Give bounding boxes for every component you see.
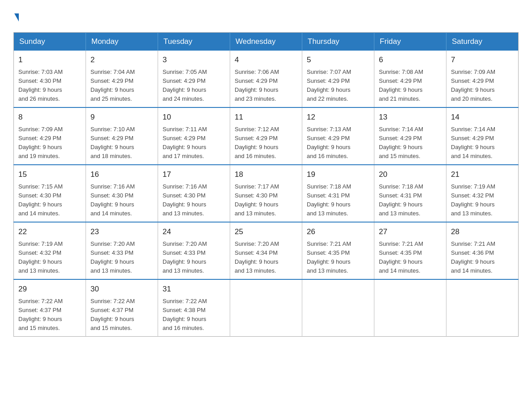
weekday-header-thursday: Thursday [302,33,374,51]
day-number: 7 [451,54,514,66]
calendar-cell: 25Sunrise: 7:20 AMSunset: 4:34 PMDayligh… [230,222,302,279]
calendar-table: SundayMondayTuesdayWednesdayThursdayFrid… [13,32,519,337]
calendar-cell: 9Sunrise: 7:10 AMSunset: 4:29 PMDaylight… [86,107,158,165]
logo-arrow-icon [14,13,19,21]
day-info: Sunrise: 7:04 AMSunset: 4:29 PMDaylight:… [90,68,153,104]
calendar-header: SundayMondayTuesdayWednesdayThursdayFrid… [14,33,519,51]
calendar-cell: 31Sunrise: 7:22 AMSunset: 4:38 PMDayligh… [158,279,230,337]
weekday-header-tuesday: Tuesday [158,33,230,51]
day-number: 9 [90,111,153,123]
day-number: 2 [90,54,153,66]
day-info: Sunrise: 7:15 AMSunset: 4:30 PMDaylight:… [18,182,81,218]
day-info: Sunrise: 7:19 AMSunset: 4:32 PMDaylight:… [18,240,81,276]
day-number: 8 [18,111,81,123]
day-info: Sunrise: 7:20 AMSunset: 4:33 PMDaylight:… [90,240,153,276]
calendar-body: 1Sunrise: 7:03 AMSunset: 4:30 PMDaylight… [14,51,519,337]
day-info: Sunrise: 7:16 AMSunset: 4:30 PMDaylight:… [163,182,225,218]
day-number: 10 [163,111,225,123]
calendar-cell: 4Sunrise: 7:06 AMSunset: 4:29 PMDaylight… [230,51,302,107]
calendar-cell: 5Sunrise: 7:07 AMSunset: 4:29 PMDaylight… [302,51,374,107]
calendar-cell: 30Sunrise: 7:22 AMSunset: 4:37 PMDayligh… [86,279,158,337]
day-info: Sunrise: 7:21 AMSunset: 4:35 PMDaylight:… [379,240,442,276]
day-number: 31 [163,283,225,295]
day-number: 15 [18,169,81,180]
day-info: Sunrise: 7:12 AMSunset: 4:29 PMDaylight:… [235,125,297,161]
weekday-header-sunday: Sunday [14,33,86,51]
calendar-cell: 6Sunrise: 7:08 AMSunset: 4:29 PMDaylight… [374,51,446,107]
day-number: 20 [379,169,442,180]
calendar-cell: 21Sunrise: 7:19 AMSunset: 4:32 PMDayligh… [446,165,519,222]
calendar-cell: 13Sunrise: 7:14 AMSunset: 4:29 PMDayligh… [374,107,446,165]
day-info: Sunrise: 7:05 AMSunset: 4:29 PMDaylight:… [163,68,225,104]
day-info: Sunrise: 7:22 AMSunset: 4:37 PMDaylight:… [90,297,153,333]
day-info: Sunrise: 7:14 AMSunset: 4:29 PMDaylight:… [379,125,442,161]
page-header [13,13,519,21]
day-number: 17 [163,169,225,180]
day-info: Sunrise: 7:22 AMSunset: 4:38 PMDaylight:… [163,297,225,333]
day-info: Sunrise: 7:06 AMSunset: 4:29 PMDaylight:… [235,68,297,104]
day-info: Sunrise: 7:21 AMSunset: 4:35 PMDaylight:… [307,240,369,276]
day-number: 11 [235,111,297,123]
day-info: Sunrise: 7:21 AMSunset: 4:36 PMDaylight:… [451,240,514,276]
day-number: 1 [18,54,81,66]
weekday-header-saturday: Saturday [446,33,519,51]
calendar-week-row: 29Sunrise: 7:22 AMSunset: 4:37 PMDayligh… [14,279,519,337]
day-info: Sunrise: 7:13 AMSunset: 4:29 PMDaylight:… [307,125,369,161]
day-info: Sunrise: 7:18 AMSunset: 4:31 PMDaylight:… [379,182,442,218]
calendar-week-row: 1Sunrise: 7:03 AMSunset: 4:30 PMDaylight… [14,51,519,107]
day-number: 19 [307,169,369,180]
calendar-cell: 28Sunrise: 7:21 AMSunset: 4:36 PMDayligh… [446,222,519,279]
weekday-header-wednesday: Wednesday [230,33,302,51]
day-info: Sunrise: 7:19 AMSunset: 4:32 PMDaylight:… [451,182,514,218]
day-number: 25 [235,226,297,238]
day-number: 16 [90,169,153,180]
day-number: 22 [18,226,81,238]
day-info: Sunrise: 7:08 AMSunset: 4:29 PMDaylight:… [379,68,442,104]
day-info: Sunrise: 7:10 AMSunset: 4:29 PMDaylight:… [90,125,153,161]
calendar-week-row: 15Sunrise: 7:15 AMSunset: 4:30 PMDayligh… [14,165,519,222]
calendar-cell: 27Sunrise: 7:21 AMSunset: 4:35 PMDayligh… [374,222,446,279]
day-number: 4 [235,54,297,66]
calendar-cell: 11Sunrise: 7:12 AMSunset: 4:29 PMDayligh… [230,107,302,165]
calendar-cell: 1Sunrise: 7:03 AMSunset: 4:30 PMDaylight… [14,51,86,107]
day-number: 26 [307,226,369,238]
day-number: 29 [18,283,81,295]
day-info: Sunrise: 7:03 AMSunset: 4:30 PMDaylight:… [18,68,81,104]
calendar-cell [374,279,446,337]
calendar-cell: 2Sunrise: 7:04 AMSunset: 4:29 PMDaylight… [86,51,158,107]
day-info: Sunrise: 7:11 AMSunset: 4:29 PMDaylight:… [163,125,225,161]
day-number: 5 [307,54,369,66]
calendar-cell: 23Sunrise: 7:20 AMSunset: 4:33 PMDayligh… [86,222,158,279]
calendar-cell: 15Sunrise: 7:15 AMSunset: 4:30 PMDayligh… [14,165,86,222]
calendar-cell: 20Sunrise: 7:18 AMSunset: 4:31 PMDayligh… [374,165,446,222]
day-number: 3 [163,54,225,66]
calendar-cell: 26Sunrise: 7:21 AMSunset: 4:35 PMDayligh… [302,222,374,279]
day-number: 28 [451,226,514,238]
day-number: 24 [163,226,225,238]
day-number: 30 [90,283,153,295]
calendar-cell: 18Sunrise: 7:17 AMSunset: 4:30 PMDayligh… [230,165,302,222]
calendar-cell: 12Sunrise: 7:13 AMSunset: 4:29 PMDayligh… [302,107,374,165]
day-info: Sunrise: 7:14 AMSunset: 4:29 PMDaylight:… [451,125,514,161]
calendar-cell [230,279,302,337]
day-info: Sunrise: 7:16 AMSunset: 4:30 PMDaylight:… [90,182,153,218]
day-number: 23 [90,226,153,238]
calendar-cell: 24Sunrise: 7:20 AMSunset: 4:33 PMDayligh… [158,222,230,279]
calendar-cell: 29Sunrise: 7:22 AMSunset: 4:37 PMDayligh… [14,279,86,337]
calendar-cell: 19Sunrise: 7:18 AMSunset: 4:31 PMDayligh… [302,165,374,222]
calendar-week-row: 22Sunrise: 7:19 AMSunset: 4:32 PMDayligh… [14,222,519,279]
calendar-week-row: 8Sunrise: 7:09 AMSunset: 4:29 PMDaylight… [14,107,519,165]
day-info: Sunrise: 7:22 AMSunset: 4:37 PMDaylight:… [18,297,81,333]
logo [13,13,19,21]
calendar-cell: 14Sunrise: 7:14 AMSunset: 4:29 PMDayligh… [446,107,519,165]
calendar-cell: 10Sunrise: 7:11 AMSunset: 4:29 PMDayligh… [158,107,230,165]
weekday-header-monday: Monday [86,33,158,51]
calendar-cell: 7Sunrise: 7:09 AMSunset: 4:29 PMDaylight… [446,51,519,107]
day-info: Sunrise: 7:07 AMSunset: 4:29 PMDaylight:… [307,68,369,104]
day-number: 21 [451,169,514,180]
calendar-cell: 8Sunrise: 7:09 AMSunset: 4:29 PMDaylight… [14,107,86,165]
day-info: Sunrise: 7:17 AMSunset: 4:30 PMDaylight:… [235,182,297,218]
calendar-cell: 22Sunrise: 7:19 AMSunset: 4:32 PMDayligh… [14,222,86,279]
calendar-cell [446,279,519,337]
weekday-header-row: SundayMondayTuesdayWednesdayThursdayFrid… [14,33,519,51]
